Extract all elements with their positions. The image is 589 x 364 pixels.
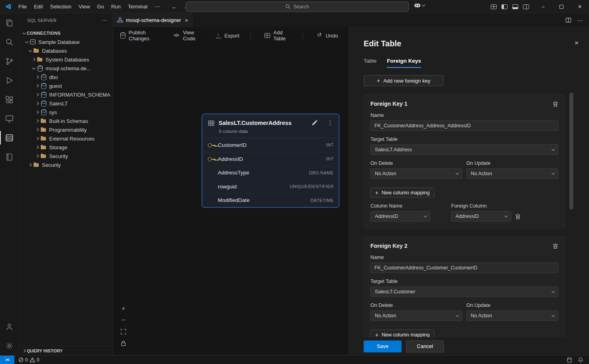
tree-item[interactable]: mssql-schema-de... bbox=[19, 64, 113, 73]
tree-item[interactable]: Security bbox=[19, 160, 113, 169]
toolbar-button[interactable]: Export bbox=[215, 32, 240, 39]
search-view-icon[interactable] bbox=[0, 32, 19, 51]
problems-indicator[interactable]: 0 0 bbox=[18, 357, 39, 363]
zoom-in-icon[interactable]: + bbox=[120, 305, 127, 312]
remote-explorer-icon[interactable] bbox=[0, 109, 19, 128]
mssql-icon[interactable] bbox=[0, 128, 19, 147]
add-foreign-key-button[interactable]: + Add new foreign key bbox=[364, 75, 444, 86]
remote-indicator[interactable]: >< bbox=[0, 356, 14, 364]
tree-item[interactable]: Storage bbox=[19, 143, 113, 152]
zoom-out-icon[interactable]: − bbox=[120, 317, 127, 323]
panel-close-icon[interactable]: × bbox=[575, 39, 579, 47]
tree-item[interactable]: Programmability bbox=[19, 125, 113, 134]
tree-item[interactable]: External Resources bbox=[19, 134, 113, 143]
command-center-search[interactable]: Search bbox=[186, 2, 409, 12]
maximize-button[interactable] bbox=[552, 0, 571, 13]
delete-fk1-trash-icon[interactable] bbox=[553, 101, 558, 107]
tree-chevron-icon[interactable] bbox=[34, 152, 40, 160]
connection-status-icon[interactable] bbox=[567, 357, 572, 363]
table-node-customeraddress[interactable]: SalesLT.CustomerAddress ⋮ 5 column data bbox=[202, 114, 339, 208]
menu-item[interactable]: Edit bbox=[30, 4, 46, 10]
query-history-section[interactable]: QUERY HISTORY bbox=[19, 346, 113, 355]
account-icon[interactable] bbox=[0, 317, 19, 336]
notifications-bell-icon[interactable] bbox=[578, 357, 583, 363]
tree-item[interactable]: Built-in Schemas bbox=[19, 117, 113, 125]
menu-overflow-icon[interactable]: ⋯ bbox=[151, 4, 163, 10]
tree-chevron-icon[interactable] bbox=[23, 38, 29, 46]
tree-item[interactable]: System Databases bbox=[19, 55, 113, 64]
fk2-on-update-select[interactable]: No Action bbox=[466, 311, 558, 321]
notebooks-icon[interactable] bbox=[0, 147, 19, 166]
new-column-mapping-button[interactable]: + New column mapping bbox=[370, 188, 434, 198]
tree-item[interactable]: Sample Database bbox=[19, 38, 113, 46]
tab-table[interactable]: Table bbox=[364, 58, 376, 68]
tree-chevron-icon[interactable] bbox=[34, 125, 40, 134]
menu-item[interactable]: View bbox=[75, 4, 94, 10]
fk1-target-table-select[interactable]: SalesLT.Address bbox=[370, 144, 558, 155]
delete-fk2-trash-icon[interactable] bbox=[553, 243, 558, 249]
tree-item[interactable]: INFORMATION_SCHEMA bbox=[19, 90, 113, 99]
fk1-column-name-select[interactable]: AddressID bbox=[370, 211, 430, 222]
extensions-icon[interactable] bbox=[0, 90, 19, 109]
tree-chevron-icon[interactable] bbox=[34, 117, 40, 125]
tree-item[interactable]: Databases bbox=[19, 46, 113, 55]
copilot-menu[interactable] bbox=[414, 2, 425, 8]
source-control-icon[interactable] bbox=[0, 51, 19, 71]
tab-mssql-schema-designer[interactable]: mssql-schema-designer × bbox=[113, 13, 193, 27]
explorer-icon[interactable] bbox=[0, 13, 19, 32]
table-column-row[interactable]: ModifiedDate DATETIME bbox=[202, 193, 339, 207]
fk2-name-input[interactable] bbox=[370, 263, 558, 273]
tree-item[interactable]: dbo bbox=[19, 73, 113, 81]
fk2-on-delete-select[interactable]: No Action bbox=[370, 311, 462, 321]
edit-table-pencil-icon[interactable] bbox=[311, 120, 318, 126]
close-button[interactable]: × bbox=[571, 0, 589, 13]
cancel-button[interactable]: Cancel bbox=[406, 340, 444, 352]
tree-chevron-icon[interactable] bbox=[34, 81, 40, 90]
save-button[interactable]: Save bbox=[364, 340, 402, 352]
connections-section-header[interactable]: CONNECTIONS bbox=[19, 29, 113, 38]
fk2-target-table-select[interactable]: SalesLT.Customer bbox=[370, 287, 558, 297]
tree-chevron-icon[interactable] bbox=[34, 99, 40, 108]
tree-item[interactable]: SalesLT bbox=[19, 99, 113, 108]
tree-chevron-icon[interactable] bbox=[30, 64, 36, 73]
table-column-row[interactable]: AddressType DBO.NAME bbox=[202, 166, 339, 180]
menu-item[interactable]: Run bbox=[107, 4, 124, 10]
tree-chevron-icon[interactable] bbox=[34, 143, 40, 152]
tree-chevron-icon[interactable] bbox=[30, 55, 36, 64]
tree-chevron-icon[interactable] bbox=[34, 108, 40, 117]
tree-chevron-icon[interactable] bbox=[34, 90, 40, 99]
fk1-on-delete-select[interactable]: No Action bbox=[370, 168, 462, 179]
toolbar-button[interactable]: Add Table bbox=[250, 30, 292, 42]
tab-foreign-keys[interactable]: Foreign Keys bbox=[387, 58, 421, 68]
fk1-name-input[interactable] bbox=[370, 121, 558, 131]
new-column-mapping-button-fk2[interactable]: + New column mapping bbox=[370, 330, 434, 337]
tree-chevron-icon[interactable] bbox=[34, 134, 40, 143]
toggle-sidebar-icon[interactable] bbox=[501, 4, 507, 9]
toolbar-button[interactable]: View Code bbox=[174, 30, 205, 42]
lock-icon[interactable] bbox=[120, 340, 127, 346]
settings-gear-icon[interactable] bbox=[0, 336, 19, 355]
menu-item[interactable]: File bbox=[15, 4, 30, 10]
run-debug-icon[interactable] bbox=[0, 71, 19, 90]
designer-canvas[interactable]: Publish Changes View Code Export bbox=[113, 27, 349, 355]
menu-item[interactable]: Go bbox=[94, 4, 107, 10]
table-column-row[interactable]: rowguid UNIQUEIDENTIFIER bbox=[202, 180, 339, 194]
table-column-row[interactable]: CustomerID INT bbox=[202, 138, 339, 152]
table-node-menu-icon[interactable]: ⋮ bbox=[327, 119, 333, 127]
tab-close-icon[interactable]: × bbox=[185, 17, 188, 24]
toggle-secondary-sidebar-icon[interactable] bbox=[523, 4, 529, 9]
menu-item[interactable]: Terminal bbox=[124, 4, 151, 10]
back-icon[interactable]: ← bbox=[169, 3, 179, 10]
minimize-button[interactable]: − bbox=[534, 0, 552, 13]
customize-layout-icon[interactable] bbox=[491, 4, 497, 9]
editor-more-actions-icon[interactable]: ⋯ bbox=[577, 17, 583, 24]
toolbar-button[interactable]: Undo bbox=[302, 32, 338, 39]
tree-item[interactable]: guest bbox=[19, 81, 113, 90]
tree-chevron-icon[interactable] bbox=[27, 46, 33, 55]
fk1-on-update-select[interactable]: No Action bbox=[466, 168, 558, 179]
fk1-foreign-column-select[interactable]: AddressID bbox=[451, 211, 511, 222]
tree-chevron-icon[interactable] bbox=[34, 73, 40, 81]
sidebar-more-actions-icon[interactable]: ⋯ bbox=[102, 17, 107, 23]
toggle-panel-icon[interactable] bbox=[512, 4, 518, 9]
toolbar-button[interactable]: Publish Changes bbox=[119, 30, 163, 42]
